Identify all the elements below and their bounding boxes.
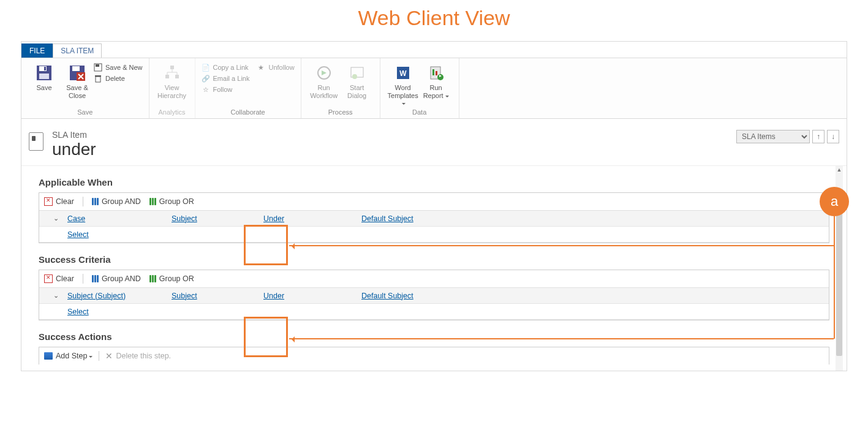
svg-rect-11: [170, 66, 174, 69]
app-window: FILE SLA ITEM Save Save & Close: [21, 41, 847, 371]
word-templates-button[interactable]: W Word Templates: [387, 62, 420, 107]
group-and-button[interactable]: Group AND: [92, 197, 141, 206]
follow-label: Follow: [213, 86, 233, 93]
delete-step-button: ✕Delete this step.: [105, 351, 171, 361]
operator-link-applicable[interactable]: Under: [263, 214, 284, 223]
section-applicable-when: Applicable When: [39, 177, 829, 187]
record-nav-select[interactable]: SLA Items: [736, 130, 810, 143]
email-link-icon: 🔗: [202, 74, 210, 83]
chevron-down-icon[interactable]: ⌄: [39, 214, 64, 222]
form-body: ▲ Applicable When Clear Group AND Group …: [21, 165, 847, 371]
group-or-icon: [149, 198, 156, 205]
svg-rect-5: [72, 66, 80, 71]
follow-icon: ☆: [202, 85, 210, 94]
add-step-button[interactable]: Add Step: [44, 352, 92, 360]
entity-link[interactable]: Case: [67, 214, 85, 223]
value-link[interactable]: Default Subject: [361, 292, 413, 300]
scrollbar-up-icon[interactable]: ▲: [836, 166, 842, 173]
save-button[interactable]: Save: [28, 62, 61, 92]
view-hierarchy-label: View Hierarchy: [156, 84, 189, 99]
run-workflow-label: Run Workflow: [308, 84, 341, 99]
unfollow-button[interactable]: ★Unfollow: [257, 63, 294, 72]
email-link-button[interactable]: 🔗Email a Link: [202, 74, 250, 83]
separator: [83, 197, 83, 206]
group-and-label: Group AND: [102, 197, 141, 206]
select-link[interactable]: Select: [67, 230, 89, 239]
annotation-label: a: [831, 194, 838, 210]
run-report-button[interactable]: Run Report: [420, 62, 453, 99]
group-or-icon: [149, 275, 156, 282]
clear-icon: [44, 197, 53, 206]
nav-down-button[interactable]: ↓: [827, 130, 839, 143]
scrollbar-thumb[interactable]: [836, 209, 842, 356]
annotation-arrow: [289, 338, 834, 339]
clear-label: Clear: [56, 274, 74, 283]
start-dialog-button[interactable]: Start Dialog: [341, 62, 374, 99]
delete-icon: [94, 74, 102, 83]
separator: [99, 351, 99, 361]
group-and-icon: [92, 275, 99, 282]
group-and-label: Group AND: [102, 274, 141, 283]
tab-strip: FILE SLA ITEM: [21, 42, 847, 58]
group-label-analytics: Analytics: [156, 107, 189, 118]
hierarchy-icon: [162, 63, 182, 83]
condition-row: ⌄ Subject (Subject) Subject Under Defaul…: [39, 288, 829, 304]
record-name: under: [52, 140, 96, 159]
delete-step-label: Delete this step.: [116, 352, 171, 360]
svg-rect-20: [432, 69, 434, 75]
word-icon: W: [393, 63, 413, 83]
run-report-icon: [426, 63, 446, 83]
chevron-down-icon[interactable]: ⌄: [39, 292, 64, 300]
save-close-icon: [67, 63, 87, 83]
clear-label: Clear: [56, 197, 74, 206]
annotation-arrow: [289, 245, 834, 246]
copy-link-icon: 📄: [202, 63, 210, 72]
email-link-label: Email a Link: [213, 75, 250, 82]
nav-up-button[interactable]: ↑: [812, 130, 825, 143]
run-workflow-button[interactable]: Run Workflow: [308, 62, 341, 99]
operator-link-success[interactable]: Under: [263, 292, 284, 300]
save-new-button[interactable]: Save & New: [94, 63, 143, 72]
ribbon-group-analytics: View Hierarchy Analytics: [149, 58, 195, 118]
clear-button[interactable]: Clear: [44, 274, 74, 283]
select-row: Select: [39, 304, 829, 320]
add-step-label: Add Step: [56, 352, 92, 360]
value-link[interactable]: Default Subject: [361, 214, 413, 223]
clear-button[interactable]: Clear: [44, 197, 74, 206]
save-close-button[interactable]: Save & Close: [61, 62, 94, 99]
ribbon-group-data: W Word Templates Run Report Data: [380, 58, 459, 118]
tab-file[interactable]: FILE: [21, 43, 53, 58]
page-title: Web Client View: [0, 0, 868, 41]
svg-text:W: W: [399, 69, 407, 78]
unfollow-label: Unfollow: [268, 64, 294, 71]
svg-rect-10: [95, 75, 101, 77]
ribbon-group-collaborate: 📄Copy a Link 🔗Email a Link ☆Follow ★Unfo…: [195, 58, 301, 118]
success-criteria-box: Clear Group AND Group OR ⌄ Subject (Subj…: [39, 270, 829, 320]
copy-link-button[interactable]: 📄Copy a Link: [202, 63, 250, 72]
delete-button[interactable]: Delete: [94, 74, 143, 83]
tab-sla-item[interactable]: SLA ITEM: [53, 43, 102, 58]
word-templates-label: Word Templates: [387, 84, 420, 107]
group-and-button[interactable]: Group AND: [92, 274, 141, 283]
condition-row: ⌄ Case Subject Under Default Subject: [39, 211, 829, 227]
attribute-link[interactable]: Subject: [172, 214, 197, 223]
svg-rect-8: [96, 64, 99, 67]
entity-link[interactable]: Subject (Subject): [67, 292, 126, 300]
ribbon-group-save: Save Save & Close Save & New Delete: [21, 58, 149, 118]
record-header: SLA Item under SLA Items ↑ ↓: [21, 119, 847, 165]
group-label-collaborate: Collaborate: [202, 107, 295, 118]
svg-point-16: [352, 74, 357, 79]
view-hierarchy-button[interactable]: View Hierarchy: [156, 62, 189, 99]
run-report-label: Run Report: [420, 84, 453, 99]
svg-rect-13: [175, 75, 179, 78]
follow-button[interactable]: ☆Follow: [202, 85, 250, 94]
group-or-button[interactable]: Group OR: [149, 274, 194, 283]
attribute-link[interactable]: Subject: [172, 292, 197, 300]
ribbon-group-process: Run Workflow Start Dialog Process: [301, 58, 380, 118]
svg-rect-21: [436, 71, 437, 75]
save-new-label: Save & New: [105, 64, 143, 71]
group-or-label: Group OR: [159, 197, 194, 206]
select-link[interactable]: Select: [67, 308, 89, 316]
svg-rect-2: [39, 74, 49, 79]
group-or-button[interactable]: Group OR: [149, 197, 194, 206]
